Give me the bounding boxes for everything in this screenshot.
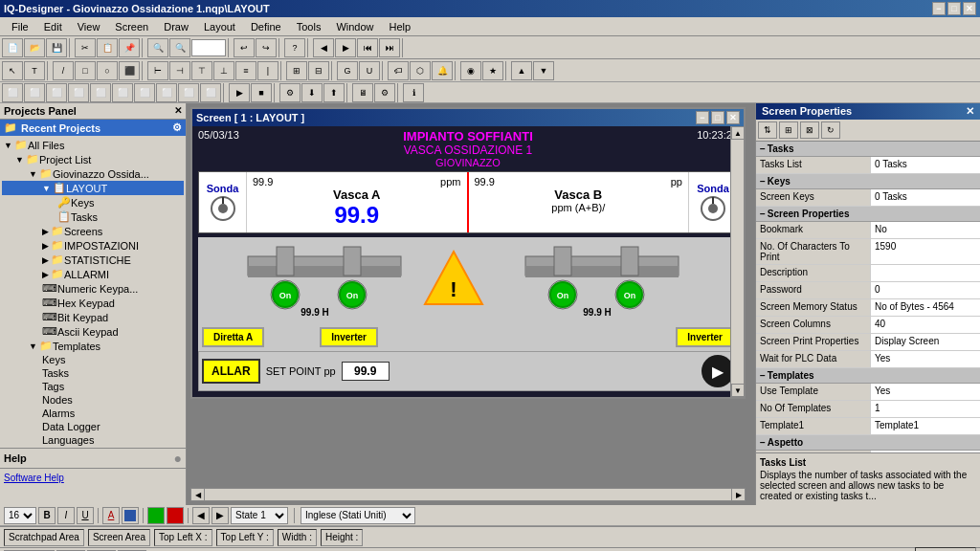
extra4-btn[interactable]: ⬜ bbox=[68, 83, 89, 102]
extra6-btn[interactable]: ⬜ bbox=[112, 83, 133, 102]
snap-btn[interactable]: ⊟ bbox=[308, 61, 329, 80]
screen-close-btn[interactable]: ✕ bbox=[726, 111, 740, 124]
tree-ascii[interactable]: ⌨ Ascii Keypad bbox=[2, 324, 184, 339]
menu-edit[interactable]: Edit bbox=[36, 19, 70, 34]
tree-tasks[interactable]: 📋 Tasks bbox=[2, 209, 184, 224]
node-btn[interactable]: ⬡ bbox=[410, 61, 431, 80]
circle-btn[interactable]: ○ bbox=[97, 61, 118, 80]
ungroup-btn[interactable]: U bbox=[359, 61, 380, 80]
inverter-right-btn[interactable]: Inverter bbox=[676, 327, 734, 347]
tree-allarmi[interactable]: ▶ 📁 ALLARMI bbox=[2, 267, 184, 281]
extra3-btn[interactable]: ⬜ bbox=[46, 83, 67, 102]
alarm-btn[interactable]: 🔔 bbox=[432, 61, 453, 80]
menu-define[interactable]: Define bbox=[243, 19, 289, 34]
rpanel-sort-btn[interactable]: ⇅ bbox=[758, 121, 777, 139]
font-color-btn[interactable]: A bbox=[102, 507, 120, 524]
tree-scroll[interactable]: ▼ 📁 All Files ▼ 📁 Project List ▼ 📁 Giovi… bbox=[0, 136, 186, 448]
save-btn[interactable]: 💾 bbox=[46, 38, 67, 57]
extra5-btn[interactable]: ⬜ bbox=[90, 83, 111, 102]
scroll-up-btn[interactable]: ▲ bbox=[731, 126, 745, 140]
maximize-button[interactable]: □ bbox=[947, 2, 961, 15]
state-select[interactable]: State 1 bbox=[231, 507, 288, 524]
tree-t-tags[interactable]: Tags bbox=[2, 380, 184, 393]
tree-all-files[interactable]: ▼ 📁 All Files bbox=[2, 138, 184, 152]
close-button[interactable]: ✕ bbox=[963, 2, 976, 15]
upload-btn[interactable]: ⬆ bbox=[323, 83, 345, 102]
props-screen-header[interactable]: − Screen Properties bbox=[756, 207, 980, 222]
align-hcenter-btn[interactable]: ≡ bbox=[235, 61, 256, 80]
props-tasks-header[interactable]: − Tasks bbox=[756, 142, 980, 157]
move-back-btn[interactable]: ▼ bbox=[533, 61, 554, 80]
prop-btn[interactable]: ℹ bbox=[403, 83, 424, 102]
cut-btn[interactable]: ✂ bbox=[75, 38, 96, 57]
scroll-left-btn[interactable]: ◀ bbox=[191, 489, 205, 500]
tree-t-datalog[interactable]: Data Logger bbox=[2, 420, 184, 433]
tree-t-nodes[interactable]: Nodes bbox=[2, 393, 184, 407]
font-size-select[interactable]: 16 bbox=[4, 507, 36, 524]
menu-tools[interactable]: Tools bbox=[289, 19, 329, 34]
prev-state-btn[interactable]: ◀ bbox=[192, 507, 210, 524]
menu-file[interactable]: File bbox=[4, 19, 36, 34]
star-btn[interactable]: ★ bbox=[482, 61, 503, 80]
projects-panel-close[interactable]: ✕ bbox=[174, 105, 182, 117]
language-select[interactable]: Inglese (Stati Uniti) bbox=[301, 507, 415, 524]
menu-screen[interactable]: Screen bbox=[107, 19, 156, 34]
tree-giovinazzo[interactable]: ▼ 📁 Giovinazzo Ossida... bbox=[2, 166, 184, 181]
last-btn[interactable]: ⏭ bbox=[379, 38, 400, 57]
underline-btn[interactable]: U bbox=[77, 507, 94, 524]
rpanel-expand-btn[interactable]: ⊠ bbox=[800, 121, 819, 139]
copy-btn[interactable]: 📋 bbox=[97, 38, 118, 57]
menu-window[interactable]: Window bbox=[328, 19, 381, 34]
rpanel-refresh-btn[interactable]: ↻ bbox=[821, 121, 840, 139]
line-btn[interactable]: / bbox=[53, 61, 74, 80]
tree-templates[interactable]: ▼ 📁 Templates bbox=[2, 339, 184, 353]
text-btn[interactable]: T bbox=[24, 61, 45, 80]
next-btn[interactable]: ▶ bbox=[335, 38, 356, 57]
rpanel-close-btn[interactable]: ✕ bbox=[966, 105, 974, 118]
tree-layout[interactable]: ▼ 📋 LAYOUT bbox=[2, 181, 184, 195]
diretta-btn[interactable]: Diretta A bbox=[202, 327, 264, 347]
screen-min-btn[interactable]: − bbox=[696, 111, 709, 124]
group-btn[interactable]: G bbox=[337, 61, 358, 80]
extra9-btn[interactable]: ⬜ bbox=[178, 83, 199, 102]
tree-statistiche[interactable]: ▶ 📁 STATISTICHE bbox=[2, 253, 184, 267]
zoom-input[interactable]: 150 bbox=[191, 39, 226, 56]
open-btn[interactable]: 📂 bbox=[24, 38, 45, 57]
tag-btn[interactable]: 🏷 bbox=[388, 61, 409, 80]
config-btn[interactable]: ⚙ bbox=[374, 83, 395, 102]
setpoint-value[interactable]: 99.9 bbox=[342, 362, 390, 381]
redo-btn[interactable]: ↪ bbox=[256, 38, 277, 57]
tree-impostazioni[interactable]: ▶ 📁 IMPOSTAZIONI bbox=[2, 238, 184, 253]
tree-t-keys[interactable]: Keys bbox=[2, 353, 184, 366]
undo-btn[interactable]: ↩ bbox=[234, 38, 255, 57]
select-btn[interactable]: ↖ bbox=[2, 61, 23, 80]
align-bot-btn[interactable]: ⊥ bbox=[213, 61, 234, 80]
menu-draw[interactable]: Draw bbox=[156, 19, 196, 34]
tree-screens[interactable]: ▶ 📁 Screens bbox=[2, 224, 184, 238]
extra7-btn[interactable]: ⬜ bbox=[134, 83, 155, 102]
scroll-down-btn[interactable]: ▼ bbox=[731, 384, 745, 397]
prev-btn[interactable]: ◀ bbox=[313, 38, 334, 57]
align-top-btn[interactable]: ⊤ bbox=[191, 61, 212, 80]
tree-t-alarms[interactable]: Alarms bbox=[2, 407, 184, 420]
screen-max-btn[interactable]: □ bbox=[711, 111, 724, 124]
download-btn[interactable]: ⬇ bbox=[301, 83, 323, 102]
extra10-btn[interactable]: ⬜ bbox=[200, 83, 221, 102]
tree-numeric[interactable]: ⌨ Numeric Keypa... bbox=[2, 281, 184, 296]
rect-btn[interactable]: □ bbox=[75, 61, 96, 80]
software-help-link[interactable]: Software Help bbox=[0, 469, 186, 487]
move-front-btn[interactable]: ▲ bbox=[511, 61, 532, 80]
bold-btn[interactable]: B bbox=[38, 507, 56, 524]
tree-project-list[interactable]: ▼ 📁 Project List bbox=[2, 152, 184, 166]
recent-settings-icon[interactable]: ⚙ bbox=[172, 121, 182, 134]
tree-keys[interactable]: 🔑 Keys bbox=[2, 195, 184, 209]
tree-hex[interactable]: ⌨ Hex Keypad bbox=[2, 296, 184, 310]
props-keys-header[interactable]: − Keys bbox=[756, 174, 980, 189]
paste-btn[interactable]: 📌 bbox=[119, 38, 140, 57]
tree-t-tasks[interactable]: Tasks bbox=[2, 366, 184, 380]
zoom-in-btn[interactable]: 🔍 bbox=[169, 38, 190, 57]
extra1-btn[interactable]: ⬜ bbox=[2, 83, 23, 102]
italic-btn[interactable]: I bbox=[57, 507, 75, 524]
compile-btn[interactable]: ⚙ bbox=[279, 83, 301, 102]
circle2-btn[interactable]: ◉ bbox=[460, 61, 481, 80]
